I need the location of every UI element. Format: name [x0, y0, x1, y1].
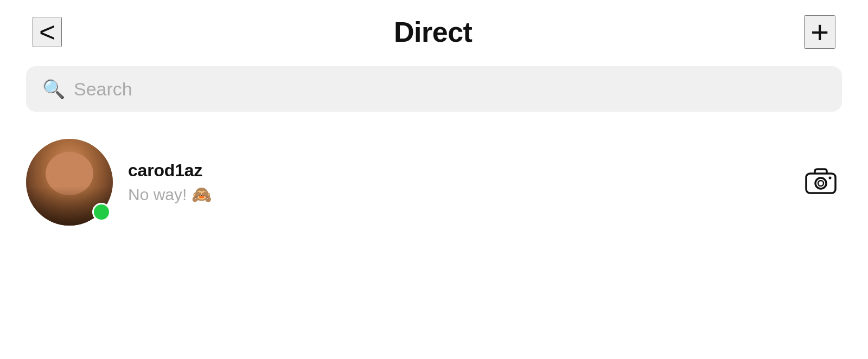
list-item[interactable]: carod1az No way! 🙈 [0, 127, 868, 238]
message-list: carod1az No way! 🙈 [0, 121, 868, 359]
avatar-wrapper [26, 139, 113, 226]
svg-point-2 [818, 181, 824, 186]
screen: < Direct + 🔍 Search carod1az No way! 🙈 [0, 0, 868, 359]
back-button[interactable]: < [33, 17, 62, 47]
message-content: carod1az No way! 🙈 [128, 161, 784, 204]
online-indicator [92, 203, 111, 221]
svg-point-3 [829, 177, 832, 180]
message-username: carod1az [128, 161, 784, 181]
page-title: Direct [394, 16, 472, 48]
svg-rect-0 [806, 174, 835, 193]
camera-icon [805, 168, 837, 194]
search-placeholder: Search [74, 79, 132, 100]
search-icon: 🔍 [42, 78, 65, 100]
message-preview: No way! 🙈 [128, 185, 784, 204]
new-message-button[interactable]: + [804, 15, 835, 49]
search-container: 🔍 Search [0, 60, 868, 121]
camera-button[interactable] [800, 163, 842, 202]
svg-point-1 [815, 178, 826, 189]
header: < Direct + [0, 0, 868, 60]
search-bar[interactable]: 🔍 Search [26, 66, 842, 112]
